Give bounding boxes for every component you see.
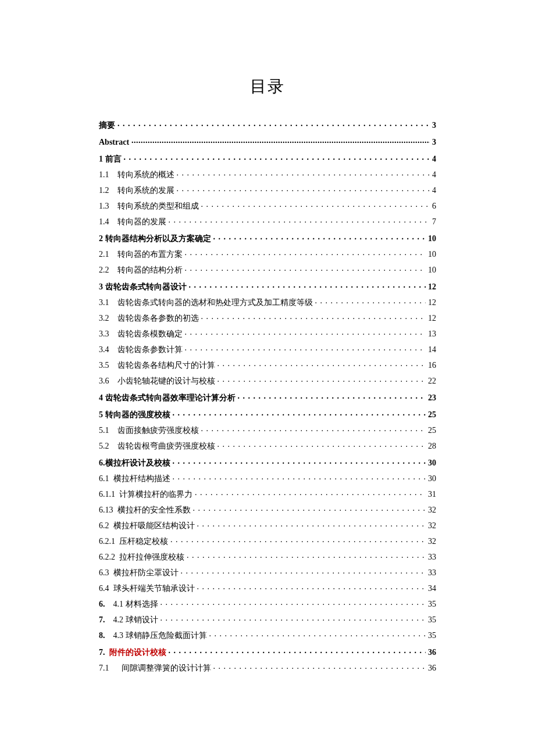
toc-entry-label: 转向系统的类型和组成 xyxy=(117,202,199,210)
toc-entry-gap xyxy=(115,553,119,561)
toc-entry: 6.2.2 拉杆拉伸强度校核33 xyxy=(99,551,436,561)
toc-entry: 7. 附件的设计校核36 xyxy=(99,647,436,657)
toc-entry-gap xyxy=(109,361,117,370)
toc-entry-gap xyxy=(109,346,117,354)
toc-entry: 3.5 齿轮齿条各结构尺寸的计算16 xyxy=(99,360,436,370)
toc-entry-gap xyxy=(113,506,117,514)
toc-entry-page: 12 xyxy=(428,283,436,291)
toc-leader-dots xyxy=(315,297,426,305)
toc-entry-number: 6.1.1 xyxy=(99,490,115,499)
toc-entry-label: 齿轮齿条参数计算 xyxy=(117,346,183,354)
toc-leader-dots xyxy=(197,583,426,591)
toc-leader-dots xyxy=(173,409,426,417)
toc-leader-dots xyxy=(173,457,426,465)
toc-entry-page: 25 xyxy=(428,411,436,419)
toc-entry-label: 齿轮齿条式转向器的选材和热处理方式及加工精度等级 xyxy=(117,299,313,307)
toc-entry: 6. 4.1 材料选择35 xyxy=(99,599,436,608)
toc-entry: 3 齿轮齿条式转向器设计12 xyxy=(99,281,436,291)
toc-leader-dots xyxy=(238,392,426,400)
toc-entry-number: 3.6 xyxy=(99,377,109,385)
toc-entry: 6.1 横拉杆结构描述30 xyxy=(99,473,436,483)
toc-leader-dots xyxy=(124,153,430,162)
toc-entry: 5.1 齿面接触疲劳强度校核25 xyxy=(99,425,436,435)
toc-entry-page: 4 xyxy=(432,171,436,179)
toc-entry-page: 10 xyxy=(428,266,436,274)
toc-leader-dots xyxy=(173,473,426,481)
toc-entry-gap xyxy=(109,475,113,483)
toc-entry-label: 齿轮齿条模数确定 xyxy=(117,330,183,338)
toc-entry-page: 30 xyxy=(428,475,436,483)
toc-entry-gap xyxy=(109,187,117,195)
toc-entry-label: 附件的设计校核 xyxy=(109,648,166,657)
toc-entry-label: 3 齿轮齿条式转向器设计 xyxy=(99,283,187,291)
toc-leader-dots xyxy=(185,344,426,352)
toc-entry-gap xyxy=(105,632,113,640)
toc-entry-label: 4 齿轮齿条式转向器效率理论计算分析 xyxy=(99,394,236,402)
toc-entry-gap xyxy=(109,427,117,435)
toc-entry-page: 16 xyxy=(428,361,436,370)
toc-entry-page: 28 xyxy=(428,442,436,450)
toc-entry: 2.1 转向器的布置方案10 xyxy=(99,249,436,259)
toc-leader-dots xyxy=(160,599,426,607)
toc-entry-gap xyxy=(109,522,113,530)
toc-entry: 1.3 转向系统的类型和组成6 xyxy=(99,200,436,210)
toc-entry-page: 33 xyxy=(428,553,436,561)
toc-entry: 3.2 齿轮齿条各参数的初选12 xyxy=(99,313,436,323)
toc-entry: 6.横拉杆设计及校核30 xyxy=(99,457,436,467)
toc-entry-gap xyxy=(109,442,117,450)
toc-entry-page: 4 xyxy=(432,155,436,163)
toc-entry-gap xyxy=(115,538,119,546)
toc-entry-label: Abstract xyxy=(99,138,129,146)
toc-entry-gap xyxy=(109,202,117,210)
toc-entry-page: 3 xyxy=(432,138,436,146)
toc-leader-dots xyxy=(177,169,430,177)
toc-entry-number: 2.2 xyxy=(99,266,109,274)
toc-list: 摘要3Abstract31 前言41.1 转向系统的概述41.2 转向系统的发展… xyxy=(99,120,436,672)
toc-entry-page: 35 xyxy=(428,632,436,640)
toc-leader-dots xyxy=(195,489,426,497)
toc-leader-dots xyxy=(201,200,430,209)
toc-leader-dots xyxy=(187,551,426,560)
toc-entry: 3.6 小齿轮轴花键的设计与校核22 xyxy=(99,375,436,385)
toc-entry-page: 30 xyxy=(428,459,436,467)
toc-entry-number: 1.4 xyxy=(99,218,109,226)
toc-entry-label: 横拉杆结构描述 xyxy=(113,475,170,483)
toc-entry-page: 7 xyxy=(432,218,436,226)
toc-entry-page: 23 xyxy=(428,394,436,402)
toc-entry-gap xyxy=(115,490,119,499)
toc-leader-dots xyxy=(209,630,426,638)
toc-entry-number: 3.2 xyxy=(99,314,109,323)
toc-entry: 5 转向器的强度校核25 xyxy=(99,409,436,419)
toc-entry-number: 3.4 xyxy=(99,346,109,354)
toc-entry-page: 3 xyxy=(432,121,436,130)
toc-entry: 3.1 齿轮齿条式转向器的选材和热处理方式及加工精度等级12 xyxy=(99,297,436,307)
toc-entry-label: 2 转向器结构分析以及方案确定 xyxy=(99,235,211,243)
toc-entry-page: 22 xyxy=(428,377,436,385)
toc-entry-label: 转向系统的发展 xyxy=(117,187,174,195)
toc-entry-label: 1 前言 xyxy=(99,155,122,163)
toc-entry-label: 横拉杆的安全性系数 xyxy=(117,506,191,514)
toc-entry-label: 齿轮齿根弯曲疲劳强度校核 xyxy=(117,442,215,450)
toc-leader-dots xyxy=(185,328,426,336)
toc-entry-page: 10 xyxy=(428,250,436,259)
toc-entry-page: 13 xyxy=(428,330,436,338)
toc-leader-dots xyxy=(131,137,430,145)
toc-entry-label: 转向器的发展 xyxy=(117,218,166,226)
toc-entry-number: 1.3 xyxy=(99,202,109,210)
toc-entry-gap xyxy=(109,218,117,226)
toc-leader-dots xyxy=(201,425,426,433)
toc-entry-label: 4.1 材料选择 xyxy=(113,600,158,608)
toc-entry-gap xyxy=(109,299,117,307)
toc-entry-page: 36 xyxy=(428,648,436,657)
toc-leader-dots xyxy=(185,264,426,273)
toc-entry: 1 前言4 xyxy=(99,153,436,163)
toc-entry: 6.4 球头杆端关节轴承设计34 xyxy=(99,583,436,593)
toc-entry-label: 小齿轮轴花键的设计与校核 xyxy=(117,377,215,385)
toc-entry-label: 6.横拉杆设计及校核 xyxy=(99,459,170,467)
toc-entry: 1.1 转向系统的概述4 xyxy=(99,169,436,179)
toc-entry-label: 转向器的结构分析 xyxy=(117,266,183,274)
toc-entry: 1.2 转向系统的发展4 xyxy=(99,185,436,195)
toc-entry-number: 6. xyxy=(99,600,105,608)
toc-leader-dots xyxy=(169,216,430,224)
toc-entry-page: 36 xyxy=(428,664,436,672)
